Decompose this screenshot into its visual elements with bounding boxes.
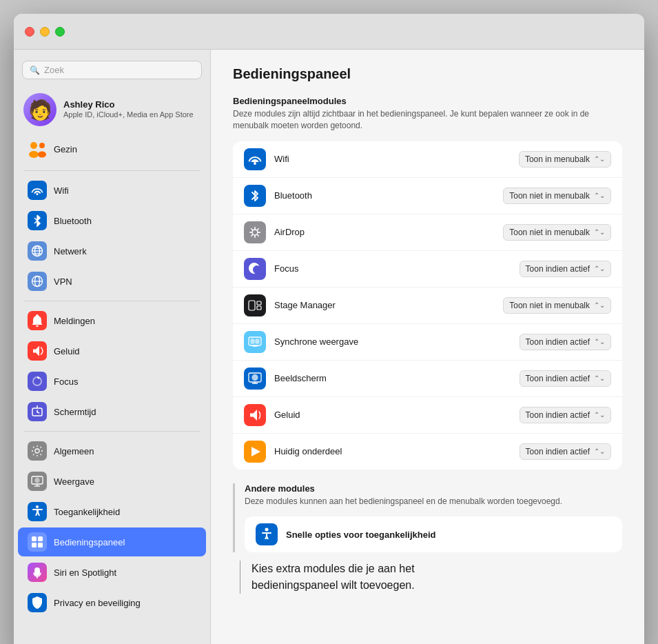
sidebar-item-wifi[interactable]: Wifi [18, 176, 206, 205]
module-row-focus: Focus Toon indien actief ⌃⌄ [233, 251, 622, 288]
sidebar-item-label: Siri en Spotlight [54, 567, 116, 578]
chevron-icon: ⌃⌄ [594, 192, 605, 199]
minimize-button[interactable] [40, 27, 50, 37]
controlcenter-icon [28, 532, 47, 552]
svg-rect-24 [32, 536, 37, 541]
search-container: 🔍 [14, 58, 210, 88]
sidebar-item-label: Toegankelijkheid [54, 507, 120, 517]
module-access-quick-name: Snelle opties voor toegankelijkheid [286, 530, 611, 540]
sidebar-item-label: Algemeen [54, 446, 94, 456]
sidebar-item-label: Weergave [54, 476, 94, 487]
sidebar-item-geluid[interactable]: Geluid [18, 336, 206, 365]
module-row-stage-manager: Stage Manager Toon niet in menubalk ⌃⌄ [233, 288, 622, 324]
module-display-dropdown[interactable]: Toon indien actief ⌃⌄ [520, 370, 611, 387]
search-input[interactable] [44, 65, 194, 75]
siri-icon [28, 563, 47, 582]
user-name: Ashley Rico [63, 99, 194, 110]
main-window: 🔍 🧑 Ashley Rico Apple ID, iCloud+, Media… [14, 14, 644, 644]
module-stage-dropdown[interactable]: Toon niet in menubalk ⌃⌄ [503, 297, 611, 314]
display-icon [28, 472, 47, 491]
module-row-bluetooth: Bluetooth Toon niet in menubalk ⌃⌄ [233, 178, 622, 214]
module-wifi-dropdown[interactable]: Toon in menubalk ⌃⌄ [519, 151, 611, 168]
sidebar-item-schermtijd[interactable]: Schermtijd [18, 397, 206, 426]
sidebar-divider-2 [23, 301, 201, 301]
family-icon [28, 139, 48, 159]
callout-text: Kies extra modules die je aan het bedien… [251, 561, 415, 594]
chevron-icon: ⌃⌄ [594, 374, 605, 382]
sidebar-item-label: Bluetooth [54, 216, 92, 226]
module-bluetooth-icon [244, 185, 266, 207]
chevron-icon: ⌃⌄ [594, 301, 605, 309]
module-stage-icon [244, 294, 266, 316]
traffic-lights [25, 27, 65, 37]
svg-rect-31 [257, 301, 261, 305]
user-info: Ashley Rico Apple ID, iCloud+, Media en … [63, 99, 194, 119]
search-icon: 🔍 [30, 66, 40, 75]
modules-section-desc: Deze modules zijn altijd zichtbaar in he… [233, 108, 622, 132]
module-row-airdrop: AirDrop Toon niet in menubalk ⌃⌄ [233, 214, 622, 251]
sidebar: 🔍 🧑 Ashley Rico Apple ID, iCloud+, Media… [14, 50, 211, 644]
titlebar [14, 14, 644, 50]
chevron-icon: ⌃⌄ [594, 155, 605, 163]
sidebar-item-bedieningspaneel[interactable]: Bedieningspaneel [18, 527, 206, 556]
user-profile[interactable]: 🧑 Ashley Rico Apple ID, iCloud+, Media e… [14, 88, 210, 134]
module-sync-dropdown[interactable]: Toon indien actief ⌃⌄ [520, 334, 611, 350]
other-modules-section: Andere modules Deze modules kunnen aan h… [233, 483, 622, 553]
module-bluetooth-name: Bluetooth [274, 190, 495, 201]
modules-list: Wifi Toon in menubalk ⌃⌄ Bl [233, 141, 622, 470]
close-button[interactable] [25, 27, 34, 37]
module-airdrop-dropdown[interactable]: Toon niet in menubalk ⌃⌄ [503, 224, 611, 241]
module-accessibility-icon [256, 523, 278, 545]
svg-rect-32 [257, 306, 261, 310]
sidebar-item-weergave[interactable]: Weergave [18, 467, 206, 496]
module-focus-name: Focus [274, 263, 511, 274]
module-nowplaying-dropdown[interactable]: Toon indien actief ⌃⌄ [520, 443, 611, 460]
user-subtitle: Apple ID, iCloud+, Media en App Store [63, 110, 194, 119]
search-bar[interactable]: 🔍 [22, 61, 202, 79]
sidebar-item-privacy[interactable]: Privacy en beveiliging [18, 588, 206, 617]
module-sound-icon [244, 404, 266, 426]
callout-line [240, 561, 240, 594]
sidebar-item-vpn[interactable]: VPN [18, 267, 206, 296]
focus-icon [28, 372, 47, 391]
module-focus-dropdown[interactable]: Toon indien actief ⌃⌄ [520, 261, 611, 277]
sidebar-item-toegankelijkheid[interactable]: Toegankelijkheid [18, 497, 206, 526]
maximize-button[interactable] [55, 27, 65, 37]
sidebar-item-bluetooth[interactable]: Bluetooth [18, 206, 206, 235]
sidebar-divider-3 [23, 431, 201, 432]
module-sync-icon [244, 331, 266, 353]
bluetooth-icon [28, 211, 47, 230]
chevron-icon: ⌃⌄ [594, 228, 605, 236]
module-geluid-dropdown[interactable]: Toon indien actief ⌃⌄ [520, 407, 611, 423]
svg-point-43 [265, 528, 269, 532]
svg-rect-27 [38, 543, 43, 547]
chevron-icon: ⌃⌄ [594, 265, 605, 272]
chevron-icon: ⌃⌄ [594, 447, 605, 455]
modules-section: Bedieningspaneelmodules Deze modules zij… [233, 96, 622, 470]
sidebar-item-label: Meldingen [54, 316, 95, 326]
sidebar-item-focus[interactable]: Focus [18, 367, 206, 396]
content-area: 🔍 🧑 Ashley Rico Apple ID, iCloud+, Media… [14, 50, 644, 644]
sidebar-item-label: Geluid [54, 346, 80, 356]
svg-point-0 [30, 142, 37, 149]
svg-rect-30 [249, 301, 255, 310]
sound-icon [28, 341, 47, 361]
sidebar-item-siri[interactable]: Siri en Spotlight [18, 558, 206, 587]
sidebar-item-meldingen[interactable]: Meldingen [18, 306, 206, 335]
svg-marker-42 [251, 447, 260, 456]
avatar: 🧑 [23, 93, 56, 126]
module-display-name: Beeldscherm [274, 373, 511, 383]
module-nowplaying-name: Huidig onderdeel [274, 446, 511, 456]
sidebar-item-family[interactable]: Gezin [18, 134, 206, 163]
svg-rect-37 [256, 339, 259, 343]
module-display-icon [244, 368, 266, 390]
sidebar-item-algemeen[interactable]: Algemeen [18, 436, 206, 465]
sidebar-item-label: Privacy en beveiliging [54, 598, 141, 608]
module-bluetooth-dropdown[interactable]: Toon niet in menubalk ⌃⌄ [503, 188, 611, 204]
svg-rect-25 [38, 536, 43, 541]
svg-point-18 [35, 449, 39, 453]
module-airdrop-icon [244, 221, 266, 243]
sidebar-item-label: Wifi [54, 185, 69, 196]
sidebar-item-netwerk[interactable]: Netwerk [18, 237, 206, 265]
module-row-display: Beeldscherm Toon indien actief ⌃⌄ [233, 361, 622, 397]
